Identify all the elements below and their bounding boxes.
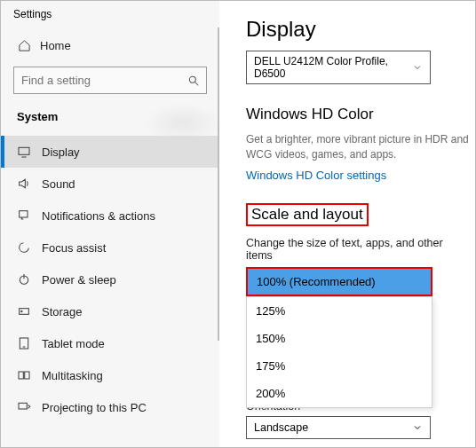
nav-label: Tablet mode xyxy=(42,337,105,350)
nav-list: Display Sound Notifications & actions Fo… xyxy=(1,136,219,423)
power-icon xyxy=(17,272,31,287)
nav-label: Sound xyxy=(42,177,75,191)
storage-icon xyxy=(17,304,31,318)
hd-color-link[interactable]: Windows HD Color settings xyxy=(246,169,386,182)
svg-rect-13 xyxy=(19,403,27,409)
scale-label: Change the size of text, apps, and other… xyxy=(246,237,470,262)
scale-option[interactable]: 125% xyxy=(247,297,432,325)
nav-storage[interactable]: Storage xyxy=(1,295,219,327)
nav-label: Projecting to this PC xyxy=(42,401,147,414)
color-profile-value: DELL U2412M Color Profile, D6500 xyxy=(254,55,412,80)
scale-options-panel: 125% 150% 175% 200% xyxy=(246,296,432,408)
settings-window: Settings Home System Display Sound xyxy=(0,0,476,448)
page-title: Display xyxy=(246,17,470,42)
orientation-value: Landscape xyxy=(254,421,308,434)
search-box[interactable] xyxy=(13,67,207,94)
nav-focus-assist[interactable]: Focus assist xyxy=(1,232,219,263)
focus-icon xyxy=(17,240,31,255)
nav-notifications[interactable]: Notifications & actions xyxy=(1,200,219,232)
nav-label: Storage xyxy=(42,305,83,318)
home-icon xyxy=(17,38,31,52)
nav-display[interactable]: Display xyxy=(1,136,219,168)
nav-label: Multitasking xyxy=(42,369,103,382)
scale-option[interactable]: 150% xyxy=(247,325,432,352)
nav-multitasking[interactable]: Multitasking xyxy=(1,359,219,391)
search-icon xyxy=(187,75,200,87)
sidebar: Settings Home System Display Sound xyxy=(1,1,219,447)
sound-icon xyxy=(17,177,31,191)
nav-label: Focus assist xyxy=(42,241,106,255)
nav-label: Power & sleep xyxy=(42,273,116,287)
color-profile-select[interactable]: DELL U2412M Color Profile, D6500 xyxy=(246,51,431,84)
multitasking-icon xyxy=(17,368,31,382)
scale-dropdown[interactable]: 100% (Recommended) 125% 150% 175% 200% xyxy=(246,267,432,296)
tablet-icon xyxy=(17,336,31,350)
scale-heading-wrap: Scale and layout xyxy=(246,203,470,226)
display-icon xyxy=(17,145,31,159)
home-nav[interactable]: Home xyxy=(1,29,219,61)
nav-power[interactable]: Power & sleep xyxy=(1,263,219,295)
nav-label: Display xyxy=(42,145,80,159)
orientation-block: Orientation Landscape xyxy=(246,406,470,439)
chevron-down-icon xyxy=(412,62,423,73)
section-system: System xyxy=(1,105,219,136)
home-label: Home xyxy=(40,39,71,52)
nav-projecting[interactable]: Projecting to this PC xyxy=(1,391,219,423)
hd-color-heading: Windows HD Color xyxy=(246,106,470,123)
main-pane: Display DELL U2412M Color Profile, D6500… xyxy=(219,1,475,447)
scale-highlight-box: 100% (Recommended) xyxy=(246,267,432,296)
scale-option[interactable]: 175% xyxy=(247,352,432,380)
hd-color-desc: Get a brighter, more vibrant picture in … xyxy=(246,132,470,163)
window-title: Settings xyxy=(1,1,219,29)
svg-rect-4 xyxy=(20,211,28,217)
scale-heading: Scale and layout xyxy=(246,203,369,226)
scale-option[interactable]: 200% xyxy=(247,380,432,407)
svg-rect-11 xyxy=(19,372,23,379)
scale-selected[interactable]: 100% (Recommended) xyxy=(248,269,431,295)
nav-sound[interactable]: Sound xyxy=(1,168,219,200)
orientation-select[interactable]: Landscape xyxy=(246,416,431,439)
nav-label: Notifications & actions xyxy=(42,209,155,223)
svg-line-1 xyxy=(195,82,199,85)
svg-rect-2 xyxy=(19,147,29,154)
nav-tablet[interactable]: Tablet mode xyxy=(1,327,219,359)
svg-point-0 xyxy=(189,76,195,83)
notifications-icon xyxy=(17,208,31,223)
chevron-down-icon xyxy=(412,422,423,433)
projecting-icon xyxy=(17,400,31,414)
svg-point-8 xyxy=(21,310,22,311)
svg-rect-12 xyxy=(25,372,29,379)
search-input[interactable] xyxy=(13,67,207,94)
